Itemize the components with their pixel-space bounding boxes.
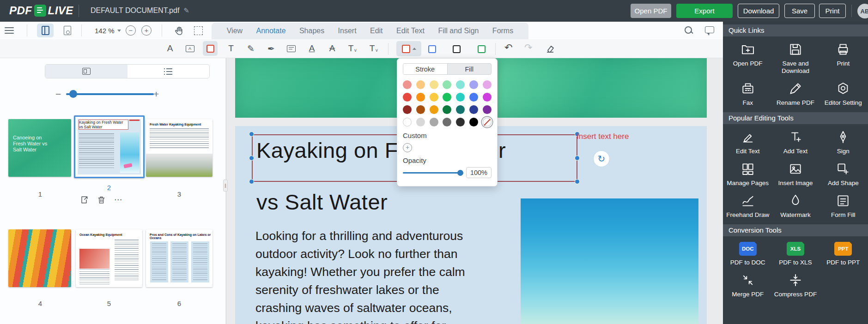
opacity-value[interactable]: 100% [466, 167, 492, 178]
swatch-7c2da0[interactable] [483, 105, 492, 114]
ink-pen-tool[interactable]: ✒ [264, 41, 279, 56]
panel-item-manage-pages[interactable]: Manage Pages [724, 162, 771, 187]
selection-handle-se[interactable] [575, 179, 580, 184]
swatch-000000[interactable] [469, 118, 478, 126]
page-thumbnail-6[interactable]: Pros and Cons of Kayaking on Lakes or Oc… [146, 229, 212, 287]
swatch-8fe3ae[interactable] [443, 80, 451, 89]
panel-item-fax[interactable]: Fax [724, 81, 771, 107]
page-thumbnail-2[interactable]: Kayaking on Fresh Water vs Salt Water [74, 115, 145, 178]
eraser-tool[interactable] [545, 43, 556, 54]
document-filename[interactable]: DEFAULT DOCUMENT.pdf ✎ [91, 6, 189, 15]
swatch-fac87e[interactable] [416, 80, 425, 89]
zoom-out-button[interactable]: − [126, 25, 136, 36]
swatch-fbc93d[interactable] [430, 93, 438, 102]
subscript-text-tool[interactable]: T˅ [345, 41, 360, 56]
selection-handle-w[interactable] [249, 156, 254, 161]
download-button[interactable]: Download [738, 4, 779, 18]
outline-view-tab[interactable] [127, 65, 210, 78]
thumbnail-zoom-out[interactable]: − [55, 89, 61, 100]
rectangle-tool[interactable] [203, 41, 218, 56]
zoom-level-dropdown[interactable]: 142 % [95, 27, 121, 35]
swatch-6e6e6e[interactable] [443, 118, 451, 126]
thumbnail-zoom-handle[interactable] [69, 90, 77, 98]
thumbnail-zoom-track[interactable] [66, 93, 154, 95]
page-thumbnail-5[interactable]: Ocean Kayaking Equipment [76, 229, 142, 287]
strikethrough-text-tool[interactable]: A [325, 41, 340, 56]
stroke-color-preset-blue[interactable] [426, 43, 438, 55]
swatch-f0928e[interactable] [403, 80, 412, 89]
page-number-5[interactable]: 5 [100, 300, 118, 307]
swatch-a8a8a8[interactable] [430, 118, 438, 126]
swatch-0d7a3e[interactable] [443, 105, 451, 114]
swatch-4779f2[interactable] [469, 93, 478, 102]
opacity-slider-handle[interactable] [457, 170, 463, 176]
swatch-none-selected[interactable] [483, 118, 492, 126]
swatch-14746e[interactable] [456, 105, 465, 114]
print-button[interactable]: Print [819, 4, 846, 18]
swatch-f6920f[interactable] [416, 93, 425, 102]
page-number-6[interactable]: 6 [170, 300, 188, 307]
panel-item-sign[interactable]: Sign [819, 130, 867, 155]
menu-edit[interactable]: Edit [370, 27, 383, 35]
page-number-1[interactable]: 1 [31, 190, 49, 198]
search-icon[interactable] [685, 26, 694, 36]
swatch-ce3ee0[interactable] [483, 93, 492, 102]
add-custom-color-button[interactable]: + [403, 143, 412, 152]
panel-item-save-and-download[interactable]: Save and Download [771, 42, 819, 75]
export-button[interactable]: Export [676, 4, 733, 18]
swatch-ffffff[interactable] [403, 118, 412, 126]
swatch-e6a7ea[interactable] [483, 80, 492, 89]
stroke-color-preset-red[interactable] [396, 41, 421, 56]
panel-item-watermark[interactable]: Watermark [771, 193, 819, 219]
page-number-3[interactable]: 3 [170, 190, 188, 198]
page-thumbnail-4[interactable] [8, 229, 71, 287]
extract-page-icon[interactable] [79, 195, 89, 204]
swatch-2f2f2f[interactable] [456, 118, 465, 126]
menu-shapes[interactable]: Shapes [299, 27, 324, 35]
menu-annotate[interactable]: Annotate [256, 27, 285, 35]
menu-fill-and-sign[interactable]: Fill and Sign [438, 27, 479, 35]
user-avatar[interactable]: AB [857, 4, 868, 18]
swatch-18c35c[interactable] [443, 93, 451, 102]
splitter-drag-handle[interactable]: ∥ [223, 180, 228, 192]
menu-view[interactable]: View [227, 27, 243, 35]
panel-item-insert-image[interactable]: Insert Image [771, 162, 819, 187]
marquee-select-tool[interactable] [194, 26, 203, 35]
thumbnail-view-tab[interactable] [45, 65, 127, 78]
panel-item-pdf-to-xls[interactable]: XLSPDF to XLS [771, 242, 819, 266]
panel-item-add-text[interactable]: Add Text [771, 130, 819, 155]
page-number-4[interactable]: 4 [31, 300, 49, 307]
panel-item-freehand-draw[interactable]: Freehand Draw [724, 193, 771, 219]
panel-item-edit-text[interactable]: Edit Text [724, 130, 771, 155]
comments-icon[interactable] [705, 26, 714, 33]
menu-edit-text[interactable]: Edit Text [396, 27, 425, 35]
ocean-photo[interactable] [521, 198, 698, 324]
swatch-a9500f[interactable] [416, 105, 425, 114]
rename-pencil-icon[interactable]: ✎ [183, 6, 189, 15]
panel-item-open-pdf[interactable]: Open PDF [724, 42, 771, 75]
page-settings-button[interactable] [59, 24, 76, 37]
panel-item-editor-setting[interactable]: Editor Setting [819, 81, 867, 107]
panel-item-compress-pdf[interactable]: Compress PDF [771, 273, 819, 298]
swatch-a2a3f2[interactable] [469, 80, 478, 89]
panel-item-pdf-to-doc[interactable]: DOCPDF to DOC [724, 242, 771, 266]
underline-text-tool[interactable]: A [304, 41, 319, 56]
stroke-color-preset-green[interactable] [475, 43, 487, 55]
panel-item-add-shape[interactable]: Add Shape [819, 162, 867, 187]
more-options-icon[interactable]: ⋯ [114, 195, 122, 204]
swatch-d8d8d8[interactable] [416, 118, 425, 126]
swatch-85e6d8[interactable] [456, 80, 465, 89]
hand-pan-tool[interactable] [174, 25, 185, 36]
panel-item-print[interactable]: Print [819, 42, 867, 75]
panel-item-rename-pdf[interactable]: Rename PDF [771, 81, 819, 107]
swatch-902723[interactable] [403, 105, 412, 114]
save-button[interactable]: Save [784, 4, 815, 18]
selection-handle-nw[interactable] [249, 132, 254, 137]
menu-insert[interactable]: Insert [338, 27, 357, 35]
panel-item-form-fill[interactable]: Form Fill [819, 193, 867, 219]
add-text-tool[interactable]: T [224, 41, 238, 56]
selection-handle-sw[interactable] [249, 179, 254, 184]
open-pdf-button[interactable]: Open PDF [631, 4, 671, 18]
text-style-tool[interactable]: A [163, 41, 177, 56]
pdf-live-logo[interactable]: PDF LIVE [9, 4, 73, 17]
